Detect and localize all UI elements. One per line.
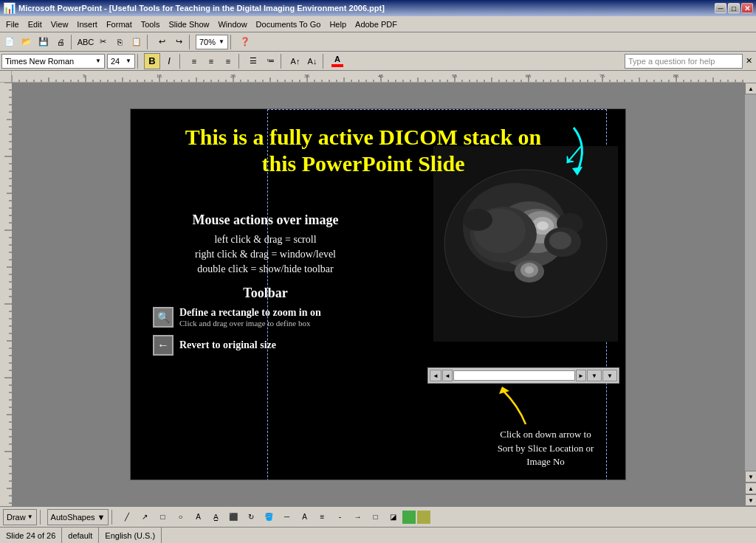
menu-insert[interactable]: Insert [72, 16, 102, 32]
clip-tool[interactable]: ⬛ [225, 511, 241, 524]
font-name-value: Times New Roman [5, 57, 74, 66]
copy-button[interactable]: ⎘ [111, 34, 128, 50]
redo-button[interactable]: ↪ [171, 34, 187, 50]
italic-button[interactable]: I [161, 53, 177, 69]
print-button[interactable]: 🖨 [52, 34, 69, 50]
rect-tool[interactable]: □ [154, 511, 171, 524]
open-button[interactable]: 📂 [18, 34, 35, 50]
font-color-tool[interactable]: A [296, 511, 312, 524]
help-button[interactable]: ❓ [237, 34, 253, 50]
line-tool[interactable]: ╱ [119, 511, 135, 524]
toolbar-item-1-main: Define a rectangle to zoom in on [179, 307, 321, 319]
font-size-selector[interactable]: 24 ▼ [107, 54, 135, 69]
action-2: right click & drag = window/level [153, 249, 378, 260]
menu-window[interactable]: Window [213, 16, 251, 32]
numbering-button[interactable]: ≔ [262, 53, 278, 69]
cut-button[interactable]: ✂ [94, 34, 111, 50]
menu-slideshow[interactable]: Slide Show [164, 16, 213, 32]
align-right-button[interactable]: ≡ [220, 53, 236, 69]
ruler-corner [0, 71, 12, 83]
align-left-button[interactable]: ≡ [186, 53, 202, 69]
rotate-tool[interactable]: ↻ [243, 511, 259, 524]
menu-tools[interactable]: Tools [137, 16, 165, 32]
scroll-step-up[interactable]: ▲ [745, 483, 756, 494]
ct-toolbar-left-btn[interactable]: ◄ [430, 370, 441, 381]
toolbar-item-2: ← Revert to original size [153, 335, 378, 356]
scroll-down-btn[interactable]: ▼ [745, 471, 756, 483]
font-size-value: 24 [111, 57, 120, 66]
ct-toolbar-next-btn[interactable]: ► [576, 370, 586, 381]
yellow-square-tool[interactable] [417, 511, 430, 524]
fill-tool[interactable]: 🪣 [261, 511, 277, 524]
ct-toolbar-prev-btn[interactable]: ◄ [442, 370, 453, 381]
font-name-dropdown-icon[interactable]: ▼ [95, 58, 101, 64]
arrow-style-tool[interactable]: → [349, 511, 365, 524]
spell-button[interactable]: ABC [78, 34, 94, 50]
shadow-tool[interactable]: □ [367, 511, 383, 524]
undo-button[interactable]: ↩ [154, 34, 170, 50]
menu-view[interactable]: View [47, 16, 73, 32]
sep-fmt2 [179, 54, 184, 69]
menu-edit[interactable]: Edit [24, 16, 47, 32]
line-color-tool[interactable]: ─ [278, 511, 295, 524]
help-search-box[interactable]: Type a question for help [625, 54, 743, 69]
ct-toolbar-strip[interactable]: ◄ ◄ ► ▼ ▼ [427, 367, 619, 384]
menu-format[interactable]: Format [102, 16, 137, 32]
slide-canvas[interactable]: This is a fully active DICOM stack on th… [12, 83, 744, 506]
right-scrollbar[interactable]: ▲ ▼ ▲ ▼ [744, 83, 756, 506]
menu-docstogo[interactable]: Documents To Go [252, 16, 326, 32]
text-tool[interactable]: A [190, 511, 206, 524]
arrow-tool[interactable]: ↗ [137, 511, 153, 524]
scroll-step-down[interactable]: ▼ [745, 494, 756, 506]
yellow-arrow-svg [481, 384, 540, 428]
autoshapes-button[interactable]: AutoShapes ▼ [47, 509, 109, 525]
align-center-button[interactable]: ≡ [203, 53, 219, 69]
sep-fmt3 [238, 54, 243, 69]
slide-info-text: Slide 24 of 26 [6, 531, 55, 540]
title-text: Microsoft PowerPoint - [Useful Tools for… [18, 4, 385, 13]
menu-adobepdf[interactable]: Adobe PDF [351, 16, 402, 32]
draw-sep2 [111, 510, 116, 525]
titlebar: 📊 Microsoft PowerPoint - [Useful Tools f… [0, 0, 756, 16]
draw-button[interactable]: Draw ▼ [3, 509, 37, 525]
font-size-dropdown-icon[interactable]: ▼ [126, 58, 131, 64]
help-close-button[interactable]: ✕ [743, 55, 755, 68]
close-button[interactable]: ✕ [741, 3, 753, 13]
bold-button[interactable]: B [144, 53, 160, 69]
menu-help[interactable]: Help [325, 16, 351, 32]
sep-fmt5 [323, 54, 327, 69]
wordart-tool[interactable]: A̲ [207, 511, 224, 524]
decrease-font-button[interactable]: A↓ [304, 53, 320, 69]
ct-toolbar-sort-btn[interactable]: ▼ [602, 370, 617, 381]
3d-tool[interactable]: ◪ [385, 511, 401, 524]
svg-point-11 [463, 209, 492, 231]
revert-icon: ← [153, 335, 173, 356]
line-style-tool[interactable]: ≡ [314, 511, 330, 524]
bullets-button[interactable]: ☰ [245, 53, 261, 69]
toolbar-item-1: 🔍 Define a rectangle to zoom in on Click… [153, 307, 378, 328]
save-button[interactable]: 💾 [35, 34, 52, 50]
menu-file[interactable]: File [1, 16, 24, 32]
slide-title: This is a fully active DICOM stack on th… [131, 109, 625, 183]
font-name-selector[interactable]: Times New Roman ▼ [1, 54, 105, 69]
zoom-box[interactable]: 70% ▼ [196, 35, 228, 49]
draw-dropdown-icon[interactable]: ▼ [27, 513, 33, 520]
minimize-button[interactable]: ─ [715, 3, 726, 13]
font-color-button[interactable]: A [329, 53, 346, 69]
increase-font-button[interactable]: A↑ [287, 53, 303, 69]
slide[interactable]: This is a fully active DICOM stack on th… [130, 108, 626, 480]
paste-button[interactable]: 📋 [128, 34, 145, 50]
new-button[interactable]: 📄 [1, 34, 18, 50]
green-square-tool[interactable] [402, 511, 416, 524]
toolbar-item-2-main: Revert to original size [179, 339, 276, 351]
toolbar-item-1-sub: Click and drag over image to define box [179, 319, 321, 328]
maximize-button[interactable]: □ [728, 3, 740, 13]
oval-tool[interactable]: ○ [172, 511, 188, 524]
zoom-dropdown-icon[interactable]: ▼ [219, 38, 224, 45]
statusbar: Slide 24 of 26 default English (U.S.) [0, 527, 756, 543]
scroll-up-btn[interactable]: ▲ [745, 83, 756, 94]
dash-style-tool[interactable]: ‐ [331, 511, 348, 524]
toolbar-header: Toolbar [153, 286, 378, 301]
ct-toolbar-dropdown-btn[interactable]: ▼ [587, 370, 602, 381]
ct-toolbar-track[interactable] [453, 370, 575, 381]
